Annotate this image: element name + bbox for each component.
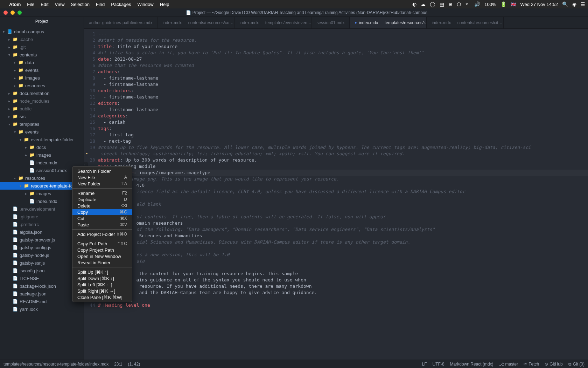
tree-item[interactable]: ▸📁data <box>0 59 84 66</box>
context-menu-item[interactable]: Split Left [⌘K ←] <box>72 281 132 288</box>
tree-item[interactable]: 📄LICENSE <box>0 274 84 282</box>
datetime[interactable]: Wed 27 Nov 14:52 <box>520 2 558 7</box>
tree-item[interactable]: 📄package.json <box>0 290 84 298</box>
tree-item[interactable]: ▸📁node_modules <box>0 97 84 105</box>
context-menu-item[interactable]: Close Pane [⌘K ⌘W] <box>72 294 132 300</box>
status-git[interactable]: ⧉ Git (0) <box>568 362 584 367</box>
menu-file[interactable]: File <box>27 2 34 7</box>
menu-edit[interactable]: Edit <box>41 2 48 7</box>
app-name[interactable]: Atom <box>9 2 21 7</box>
status-branch[interactable]: ⎇ master <box>499 362 518 367</box>
tree-item[interactable]: ▸📁src <box>0 113 84 120</box>
context-menu-item[interactable]: Search in Folder <box>72 168 132 174</box>
status-line-ending[interactable]: LF <box>422 362 427 367</box>
tree-item[interactable]: 📄.gitignore <box>0 213 84 220</box>
tree-item[interactable]: 📄index.mdx <box>0 197 84 205</box>
tree-item[interactable]: ▾📁events <box>0 128 84 136</box>
context-menu[interactable]: Search in FolderNew FileANew Folder⇧ARen… <box>72 166 132 302</box>
status-github[interactable]: ⊙ GitHub <box>545 362 562 367</box>
menu-view[interactable]: View <box>55 2 65 7</box>
tree-item[interactable]: ▾📁templates <box>0 120 84 128</box>
context-menu-item[interactable]: Split Down [⌘K ↓] <box>72 275 132 281</box>
context-menu-item[interactable]: DuplicateD <box>72 196 132 203</box>
tree-item[interactable]: ▸📁documentation <box>0 89 84 97</box>
tree-item[interactable]: 📄.env.development <box>0 205 84 213</box>
tree-item[interactable]: ▸📁.cache <box>0 35 84 43</box>
status-icon[interactable]: ◐ <box>412 1 416 7</box>
tree-item[interactable]: ▸📁images <box>0 74 84 82</box>
tree-item[interactable]: ▸📁docs <box>0 143 84 151</box>
siri-icon[interactable]: ◉ <box>572 1 576 7</box>
battery-icon[interactable]: 🔋 <box>500 1 506 7</box>
menu-selection[interactable]: Selection <box>71 2 90 7</box>
tree-item[interactable]: 📄package-lock.json <box>0 282 84 290</box>
context-menu-item[interactable]: Reveal in Finder <box>72 259 132 266</box>
context-menu-item[interactable]: RenameF2 <box>72 190 132 196</box>
app2-icon[interactable]: ⊕ <box>448 1 453 7</box>
context-menu-item[interactable]: Split Right [⌘K →] <box>72 288 132 294</box>
menu-find[interactable]: Find <box>96 2 105 7</box>
context-menu-item[interactable]: Copy Full Path⌃⇧C <box>72 240 132 247</box>
spotlight-icon[interactable]: 🔍 <box>562 1 568 7</box>
tree-item[interactable]: ▸📁.git <box>0 43 84 51</box>
editor-tab[interactable]: index.mdx — templates/events/even… <box>234 17 312 28</box>
wifi-icon[interactable]: ᯤ <box>465 1 470 7</box>
tree-item[interactable]: 📄.prettierrc <box>0 220 84 228</box>
battery-percent[interactable]: 100% <box>484 2 496 7</box>
tree-item[interactable]: ▸📁events <box>0 66 84 74</box>
context-menu-item[interactable]: Open in New Window <box>72 253 132 259</box>
context-menu-item[interactable]: Split Up [⌘K ↑] <box>72 269 132 275</box>
tree-item[interactable]: 📄gatsby-browser.js <box>0 236 84 244</box>
editor-tab[interactable]: index.mdx — contents/resources/co… <box>158 17 234 28</box>
tree-item[interactable]: ▾📘dariah-campus <box>0 28 84 35</box>
tree-item[interactable]: ▸📁images <box>0 190 84 197</box>
editor-tab[interactable]: index.mdx — contents/resources/cit… <box>427 17 504 28</box>
tree-item[interactable]: 📄session01.mdx <box>0 166 84 174</box>
tree-item[interactable]: 📄gatsby-node.js <box>0 251 84 259</box>
editor-tab[interactable]: index.mdx — templates/resources/r… <box>350 17 427 28</box>
context-menu-item[interactable]: Paste⌘V <box>72 222 132 228</box>
tree-item[interactable]: ▾📁event-template-folder <box>0 136 84 143</box>
editor-tab[interactable]: author-guidelines-pathfinders.mdx <box>84 17 158 28</box>
file-tree[interactable]: ▾📘dariah-campus▸📁.cache▸📁.git▾📁contents▸… <box>0 26 84 360</box>
context-menu-item[interactable]: Cut⌘X <box>72 215 132 222</box>
app-icon[interactable]: ▤ <box>440 1 444 7</box>
context-menu-item[interactable]: New Folder⇧A <box>72 180 132 187</box>
tree-item[interactable]: ▸📁images <box>0 151 84 159</box>
tree-item[interactable]: 📄index.mdx <box>0 159 84 166</box>
status-fetch[interactable]: ⟳ Fetch <box>524 362 539 367</box>
tree-item[interactable]: ▾📁contents <box>0 51 84 59</box>
window-close-button[interactable] <box>4 11 8 15</box>
context-menu-item[interactable]: Delete⌫ <box>72 203 132 209</box>
context-menu-item[interactable]: New FileA <box>72 174 132 180</box>
status-cursor-pos[interactable]: 23:1 <box>114 362 122 367</box>
cloud-icon[interactable]: ☁ <box>421 1 426 7</box>
tree-item[interactable]: 📄gatsby-config.js <box>0 244 84 251</box>
tree-item[interactable]: ▾📁resource-template-folder <box>0 182 84 190</box>
dropbox-icon[interactable]: ⬡ <box>457 1 461 7</box>
tree-item[interactable]: ▸📁public <box>0 105 84 113</box>
keyboard-flag-icon[interactable]: 🇬🇧 <box>511 2 516 7</box>
tree-item[interactable]: 📄gatsby-ssr.js <box>0 259 84 267</box>
window-maximize-button[interactable] <box>18 11 22 15</box>
context-menu-item[interactable]: Copy Project Path <box>72 247 132 253</box>
editor-tabs[interactable]: author-guidelines-pathfinders.mdxindex.m… <box>84 17 588 29</box>
tree-item[interactable]: 📄README.md <box>0 298 84 305</box>
window-minimize-button[interactable] <box>10 11 15 15</box>
menu-help[interactable]: Help <box>160 2 169 7</box>
tree-item[interactable]: 📄yarn.lock <box>0 305 84 313</box>
tree-item[interactable]: 📄jsconfig.json <box>0 267 84 274</box>
menu-window[interactable]: Window <box>137 2 153 7</box>
editor-area[interactable]: ‹ 12345678910111213141516171819202244 --… <box>84 29 588 360</box>
tree-item[interactable]: 📄algolia.json <box>0 228 84 236</box>
editor-tab[interactable]: session01.mdx <box>312 17 350 28</box>
volume-icon[interactable]: 🔊 <box>474 1 480 7</box>
status-encoding[interactable]: UTF-8 <box>433 362 444 367</box>
code-content[interactable]: ---#start of metadata for the resource.t… <box>98 29 588 360</box>
context-menu-item[interactable]: Add Project Folder⇧⌘O <box>72 231 132 237</box>
context-menu-item[interactable]: Copy⌘C <box>72 209 132 215</box>
status-grammar[interactable]: Markdown React (mdx) <box>450 362 493 367</box>
sync-icon[interactable]: ◯ <box>430 1 435 7</box>
menu-packages[interactable]: Packages <box>111 2 131 7</box>
tree-item[interactable]: ▾📁resources <box>0 174 84 182</box>
